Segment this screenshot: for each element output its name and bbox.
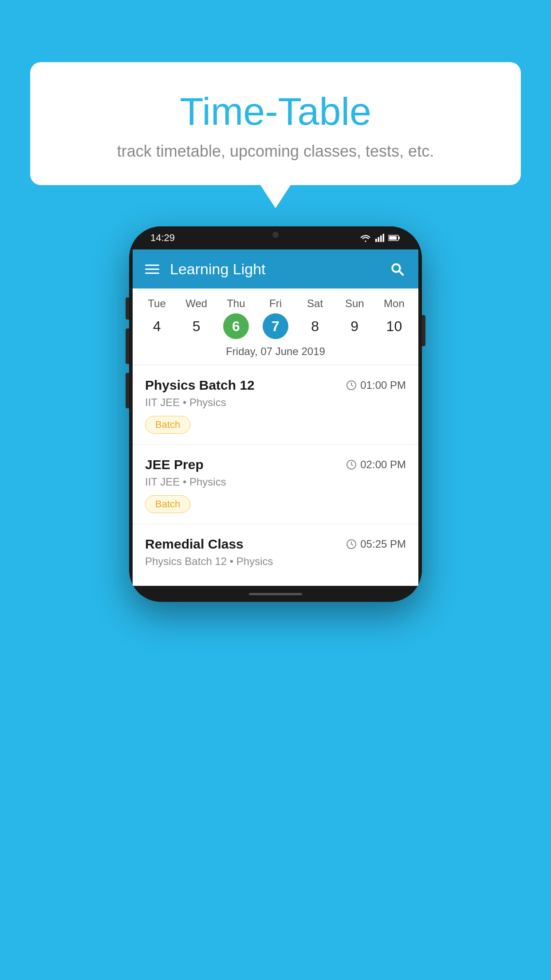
svg-rect-0 (375, 239, 377, 242)
day-name: Sun (345, 297, 364, 310)
app-bar-left: Learning Light (145, 261, 266, 278)
selected-date-label: Friday, 07 June 2019 (133, 339, 418, 365)
day-name: Thu (227, 297, 245, 310)
signal-icon (375, 233, 385, 243)
day-number: 8 (302, 313, 328, 339)
volume-down-button (126, 373, 129, 408)
volume-silent-button (126, 297, 129, 320)
clock-icon (346, 539, 357, 549)
camera (272, 232, 279, 238)
calendar-days-row: Tue4Wed5Thu6Fri7Sat8Sun9Mon10 (133, 297, 418, 339)
status-bar: 14:29 (129, 226, 422, 249)
speech-bubble: Time-Table track timetable, upcoming cla… (30, 62, 521, 185)
phone-bottom-bar (129, 586, 422, 602)
search-button[interactable] (388, 260, 406, 278)
class-subtitle: IIT JEE • Physics (145, 476, 406, 488)
day-number: 5 (184, 313, 209, 339)
status-icons (360, 233, 401, 243)
day-name: Fri (269, 297, 282, 310)
battery-icon (388, 233, 401, 243)
svg-rect-1 (378, 237, 379, 242)
phone-frame: 14:29 (129, 226, 422, 602)
class-item-header: Remedial Class05:25 PM (145, 537, 406, 552)
app-title: Learning Light (170, 261, 266, 278)
day-name: Wed (185, 297, 207, 310)
day-number: 9 (342, 313, 367, 339)
volume-up-button (126, 328, 129, 364)
class-list: Physics Batch 1201:00 PMIIT JEE • Physic… (133, 365, 418, 586)
svg-line-8 (399, 271, 403, 275)
calendar-day-tue[interactable]: Tue4 (139, 297, 175, 339)
clock-icon (346, 380, 357, 391)
phone-mockup: 14:29 (129, 226, 422, 602)
power-button (422, 315, 425, 346)
day-name: Sat (307, 297, 323, 310)
calendar-day-fri[interactable]: Fri7 (258, 297, 293, 339)
day-number: 7 (263, 313, 288, 339)
svg-rect-3 (382, 234, 384, 242)
phone-screen: Learning Light Tue4Wed5Thu6Fri7Sat8Sun9M… (133, 249, 418, 586)
day-number: 6 (223, 313, 249, 339)
svg-rect-6 (398, 237, 400, 239)
speech-bubble-container: Time-Table track timetable, upcoming cla… (30, 62, 521, 185)
class-subtitle: IIT JEE • Physics (145, 396, 406, 409)
wifi-icon (360, 233, 371, 243)
class-item[interactable]: Remedial Class05:25 PMPhysics Batch 12 •… (133, 524, 418, 586)
class-name: JEE Prep (145, 457, 204, 472)
calendar-strip: Tue4Wed5Thu6Fri7Sat8Sun9Mon10 Friday, 07… (133, 288, 418, 365)
batch-badge: Batch (145, 495, 190, 513)
calendar-day-wed[interactable]: Wed5 (179, 297, 214, 339)
svg-rect-5 (389, 236, 397, 240)
calendar-day-sat[interactable]: Sat8 (297, 297, 333, 339)
class-name: Remedial Class (145, 537, 244, 552)
speech-bubble-title: Time-Table (48, 89, 503, 134)
day-name: Tue (148, 297, 165, 310)
day-number: 4 (144, 313, 170, 339)
batch-badge: Batch (145, 416, 190, 434)
class-name: Physics Batch 12 (145, 378, 255, 393)
class-time: 05:25 PM (346, 538, 406, 550)
day-name: Mon (384, 297, 405, 310)
home-indicator (249, 593, 302, 595)
app-bar: Learning Light (133, 249, 418, 288)
clock-icon (346, 459, 357, 470)
class-subtitle: Physics Batch 12 • Physics (145, 555, 406, 568)
calendar-day-mon[interactable]: Mon10 (376, 297, 412, 339)
class-time: 01:00 PM (346, 379, 406, 391)
calendar-day-sun[interactable]: Sun9 (337, 297, 372, 339)
search-icon (390, 262, 404, 276)
svg-rect-2 (380, 236, 382, 242)
notch (249, 226, 302, 243)
status-time: 14:29 (150, 232, 175, 244)
class-item-header: Physics Batch 1201:00 PM (145, 378, 406, 393)
class-item[interactable]: JEE Prep02:00 PMIIT JEE • PhysicsBatch (133, 445, 418, 524)
menu-button[interactable] (145, 265, 159, 274)
class-time: 02:00 PM (346, 458, 406, 471)
class-item[interactable]: Physics Batch 1201:00 PMIIT JEE • Physic… (133, 365, 418, 445)
calendar-day-thu[interactable]: Thu6 (218, 297, 254, 339)
speech-bubble-subtitle: track timetable, upcoming classes, tests… (48, 142, 503, 161)
day-number: 10 (381, 313, 407, 339)
class-item-header: JEE Prep02:00 PM (145, 457, 406, 472)
